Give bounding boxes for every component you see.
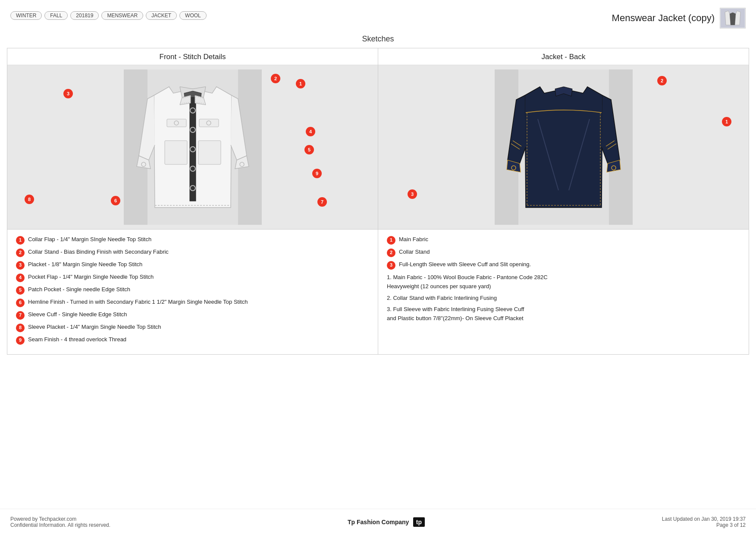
note-text: Patch Pocket - Single needle Edge Stitch bbox=[28, 286, 130, 293]
back-paragraph: 1. Main Fabric - 100% Wool Boucle Fabric… bbox=[387, 273, 740, 291]
note-text: Sleeve Cuff - Single Needle Edge Stitch bbox=[28, 311, 127, 318]
front-dot-3: 3 bbox=[63, 89, 73, 98]
footer-brand-name: Tp Fashion Company bbox=[348, 519, 409, 526]
front-note-item: 3Placket - 1/8" Margin Single Needle Top… bbox=[16, 261, 369, 270]
front-dot-2: 2 bbox=[271, 74, 280, 83]
back-paragraph: 3. Full Sleeve with Fabric Interlining F… bbox=[387, 305, 740, 323]
footer-logo: tp bbox=[413, 517, 425, 527]
back-note-item: 3Full-Length Sleeve with Sleeve Cuff and… bbox=[387, 261, 740, 270]
back-dot-3: 3 bbox=[408, 189, 417, 199]
back-panel: Jacket - Back bbox=[378, 48, 749, 229]
note-text: Seam Finish - 4 thread overlock Thread bbox=[28, 336, 126, 343]
footer: Powered by Techpacker.com Confidential I… bbox=[0, 509, 756, 535]
front-dot-6: 6 bbox=[111, 196, 120, 205]
front-note-item: 5Patch Pocket - Single needle Edge Stitc… bbox=[16, 286, 369, 295]
header: WINTERFALL201819MENSWEARJACKETWOOL Mensw… bbox=[0, 0, 756, 32]
back-notes-panel: 1Main Fabric2Collar Stand3Full-Length Sl… bbox=[378, 230, 749, 354]
note-dot: 5 bbox=[16, 286, 25, 295]
note-text: Placket - 1/8" Margin Single Needle Top … bbox=[28, 261, 142, 268]
note-dot: 4 bbox=[16, 274, 25, 282]
back-notes-list: 1Main Fabric2Collar Stand3Full-Length Sl… bbox=[387, 236, 740, 270]
footer-right: Last Updated on Jan 30, 2019 19:37 Page … bbox=[662, 516, 746, 528]
tag-jacket: JACKET bbox=[146, 11, 177, 20]
note-dot: 2 bbox=[16, 249, 25, 257]
note-dot: 1 bbox=[16, 236, 25, 245]
front-note-item: 6Hemline Finish - Turned in with Seconda… bbox=[16, 298, 369, 307]
note-dot: 3 bbox=[387, 261, 395, 270]
note-text: Hemline Finish - Turned in with Secondar… bbox=[28, 298, 248, 306]
tags-container: WINTERFALL201819MENSWEARJACKETWOOL bbox=[10, 11, 207, 20]
tag-menswear: MENSWEAR bbox=[101, 11, 143, 20]
front-note-item: 7Sleeve Cuff - Single Needle Edge Stitch bbox=[16, 311, 369, 320]
note-dot: 9 bbox=[16, 336, 25, 345]
svg-rect-10 bbox=[167, 119, 186, 127]
back-dot-2: 2 bbox=[657, 76, 667, 85]
front-notes-panel: 1Collar Flap - 1/4" Margin SIngle Needle… bbox=[7, 230, 378, 354]
note-text: Collar Flap - 1/4" Margin SIngle Needle … bbox=[28, 236, 151, 243]
page-title: Menswear Jacket (copy) bbox=[612, 13, 715, 24]
note-dot: 3 bbox=[16, 261, 25, 270]
footer-confidential: Confidential Information. All rights res… bbox=[10, 522, 110, 528]
front-dot-1: 1 bbox=[296, 79, 305, 88]
front-notes-list: 1Collar Flap - 1/4" Margin SIngle Needle… bbox=[16, 236, 369, 345]
note-dot: 8 bbox=[16, 324, 25, 332]
front-note-item: 2Collar Stand - Bias Binding Finish with… bbox=[16, 248, 369, 257]
note-text: Pocket Flap - 1/4" Margin Single Needle … bbox=[28, 273, 154, 281]
back-panel-title: Jacket - Back bbox=[378, 48, 749, 65]
page-wrapper: WINTERFALL201819MENSWEARJACKETWOOL Mensw… bbox=[0, 0, 756, 535]
section-title: Sketches bbox=[0, 32, 756, 48]
back-paragraph: 2. Collar Stand with Fabric Interlining … bbox=[387, 294, 740, 303]
note-text: Sleeve Placket - 1/4" Margin Single Need… bbox=[28, 323, 161, 331]
front-dot-8: 8 bbox=[25, 195, 34, 204]
title-area: Menswear Jacket (copy) bbox=[612, 8, 746, 28]
front-sketch-area: 1 2 3 4 5 6 7 8 bbox=[7, 65, 378, 229]
svg-rect-15 bbox=[198, 141, 221, 164]
front-dot-7: 7 bbox=[317, 197, 327, 207]
front-note-item: 9Seam Finish - 4 thread overlock Thread bbox=[16, 336, 369, 345]
back-jacket-svg bbox=[495, 69, 633, 225]
note-dot: 2 bbox=[387, 249, 395, 257]
front-jacket-svg bbox=[124, 69, 262, 225]
front-panel-title: Front - Stitch Details bbox=[7, 48, 378, 65]
front-note-item: 8Sleeve Placket - 1/4" Margin Single Nee… bbox=[16, 323, 369, 332]
note-text: Main Fabric bbox=[399, 236, 428, 243]
note-text: Collar Stand - Bias Binding Finish with … bbox=[28, 248, 169, 256]
front-dot-5: 5 bbox=[304, 145, 314, 154]
front-panel: Front - Stitch Details bbox=[7, 48, 378, 229]
footer-last-updated: Last Updated on Jan 30, 2019 19:37 bbox=[662, 516, 746, 522]
back-dot-1: 1 bbox=[722, 117, 731, 126]
footer-left: Powered by Techpacker.com Confidential I… bbox=[10, 516, 110, 528]
content-area: WINTERFALL201819MENSWEARJACKETWOOL Mensw… bbox=[0, 0, 756, 424]
back-paragraphs-container: 1. Main Fabric - 100% Wool Boucle Fabric… bbox=[387, 273, 740, 323]
back-note-item: 2Collar Stand bbox=[387, 248, 740, 257]
tag-wool: WOOL bbox=[179, 11, 207, 20]
footer-center: Tp Fashion Company tp bbox=[348, 517, 425, 527]
svg-rect-12 bbox=[199, 119, 219, 127]
notes-row: 1Collar Flap - 1/4" Margin SIngle Needle… bbox=[7, 230, 749, 354]
footer-powered-by: Powered by Techpacker.com bbox=[10, 516, 110, 522]
tags-area: WINTERFALL201819MENSWEARJACKETWOOL bbox=[10, 8, 207, 20]
footer-page: Page 3 of 12 bbox=[662, 522, 746, 528]
tag-winter: WINTER bbox=[10, 11, 42, 20]
thumbnail-icon bbox=[721, 9, 745, 28]
front-dot-9: 9 bbox=[312, 169, 322, 178]
jacket-thumbnail bbox=[720, 8, 746, 28]
note-dot: 7 bbox=[16, 311, 25, 320]
svg-rect-14 bbox=[165, 141, 187, 164]
note-text: Collar Stand bbox=[399, 248, 430, 256]
note-text: Full-Length Sleeve with Sleeve Cuff and … bbox=[399, 261, 531, 268]
back-note-item: 1Main Fabric bbox=[387, 236, 740, 245]
sketches-row: Front - Stitch Details bbox=[7, 48, 749, 230]
back-sketch-area: 1 2 3 bbox=[378, 65, 749, 229]
note-dot: 6 bbox=[16, 299, 25, 307]
tag-201819: 201819 bbox=[70, 11, 99, 20]
note-dot: 1 bbox=[387, 236, 395, 245]
front-note-item: 1Collar Flap - 1/4" Margin SIngle Needle… bbox=[16, 236, 369, 245]
sketches-container: Front - Stitch Details bbox=[7, 48, 749, 355]
front-dot-4: 4 bbox=[306, 127, 315, 136]
front-note-item: 4Pocket Flap - 1/4" Margin Single Needle… bbox=[16, 273, 369, 282]
tag-fall: FALL bbox=[44, 11, 68, 20]
